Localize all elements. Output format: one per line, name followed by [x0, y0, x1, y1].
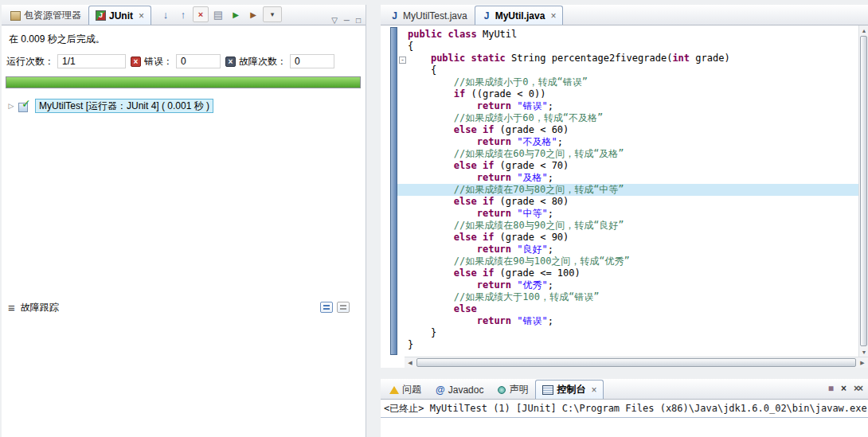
expand-arrow-icon[interactable]: ▷: [6, 102, 16, 110]
test-success-icon: ✓: [18, 99, 33, 112]
remove-launch-icon[interactable]: ×: [841, 383, 846, 394]
close-icon[interactable]: ×: [591, 384, 596, 396]
package-explorer-icon: [10, 11, 21, 21]
code-line[interactable]: else: [408, 303, 858, 315]
scroll-right-icon[interactable]: ▶: [857, 357, 868, 369]
view-menu-icon[interactable]: ▽: [331, 16, 338, 25]
code-line[interactable]: }: [408, 327, 858, 339]
minimize-icon[interactable]: ─: [344, 16, 350, 25]
progress-bar: [6, 76, 361, 88]
tab-declaration[interactable]: 声明: [491, 380, 535, 399]
terminate-icon[interactable]: ■: [828, 383, 834, 394]
code-line[interactable]: return "不及格";: [408, 136, 858, 148]
java-file-icon: J: [482, 10, 492, 21]
errors-label: 错误：: [144, 55, 173, 68]
code-line[interactable]: else if (grade < 90): [408, 232, 858, 244]
failures-icon: ×: [225, 57, 236, 67]
tab-label: 控制台: [557, 383, 585, 396]
tab-myutil-java[interactable]: J MyUtil.java ×: [475, 6, 564, 25]
runs-counter: 运行次数： 1/1: [6, 53, 126, 69]
scroll-left-icon[interactable]: ◀: [405, 357, 416, 369]
code-line[interactable]: if ((grade < 0)): [408, 88, 858, 100]
maximize-icon[interactable]: □: [356, 16, 361, 25]
code-line[interactable]: }: [408, 339, 858, 351]
code-area[interactable]: public class MyUtil{ public static Strin…: [408, 25, 858, 357]
code-line[interactable]: else if (grade < 70): [408, 160, 858, 172]
show-failures-only-icon[interactable]: ×: [193, 6, 209, 22]
horizontal-scrollbar[interactable]: ◀ ▶: [405, 357, 868, 368]
junit-toolbar: ↓ ↑ × ▤ ▶ ▶ ▾: [158, 4, 282, 25]
errors-icon: ×: [131, 57, 141, 67]
tab-label: MyUtil.java: [495, 10, 545, 21]
scrollbar-thumb[interactable]: [860, 36, 867, 346]
status-text: 在 0.009 秒之后完成。: [2, 25, 366, 46]
remove-all-launches-icon[interactable]: ××: [854, 383, 862, 394]
code-line[interactable]: else if (grade <= 100): [408, 267, 858, 279]
tab-label: MyUtilTest.java: [403, 10, 467, 21]
code-line[interactable]: else if (grade < 80): [408, 196, 858, 208]
scroll-up-icon[interactable]: ▲: [859, 25, 868, 35]
code-line[interactable]: //如果成绩在80与90之间，转成“良好”: [408, 220, 858, 232]
collapse-icon[interactable]: -: [399, 57, 406, 64]
annotation-ruler[interactable]: [381, 25, 390, 357]
rerun-test-icon[interactable]: ▶: [228, 6, 244, 22]
code-line[interactable]: return "错误";: [408, 100, 858, 112]
scroll-down-icon[interactable]: ▼: [859, 347, 868, 357]
code-line[interactable]: //如果成绩大于100，转成“错误”: [408, 291, 858, 303]
code-line[interactable]: return "错误";: [408, 315, 858, 327]
code-line[interactable]: return "中等";: [408, 208, 858, 220]
rerun-failed-first-icon[interactable]: ▶: [245, 6, 261, 22]
progress-fill: [6, 77, 360, 88]
junit-view-tabbar: 包资源管理器 J JUnit × ↓ ↑ × ▤ ▶ ▶ ▾ ▽ ─ □: [2, 5, 366, 25]
compare-result-icon[interactable]: [337, 302, 350, 313]
code-line[interactable]: //如果成绩小于0，转成“错误”: [408, 76, 858, 88]
code-line[interactable]: public static String percentage2fivegrad…: [408, 53, 858, 64]
tab-myutiltest-java[interactable]: J MyUtilTest.java: [382, 6, 475, 25]
stack-trace-filter-icon[interactable]: [320, 302, 333, 313]
test-run-history-icon[interactable]: ▾: [263, 6, 282, 22]
tab-junit[interactable]: J JUnit ×: [88, 6, 151, 25]
console-tabbar: 问题 @ Javadoc 声明 控制台 × ■ × ××: [381, 379, 868, 400]
junit-icon: J: [96, 10, 106, 21]
code-line[interactable]: //如果成绩小于60，转成“不及格”: [408, 112, 858, 124]
problems-icon: [389, 386, 399, 394]
java-file-icon: J: [389, 10, 400, 21]
console-area: 问题 @ Javadoc 声明 控制台 × ■ × ×× <已终止> MyUti…: [381, 379, 868, 437]
vertical-scrollbar[interactable]: ▲ ▼: [858, 25, 868, 357]
close-icon[interactable]: ×: [139, 10, 144, 21]
editor-area: J MyUtilTest.java J MyUtil.java × - publ…: [381, 5, 868, 368]
console-toolbar: ■ × ××: [828, 378, 868, 399]
current-code-line[interactable]: //如果成绩在70与80之间，转成“中等”: [397, 184, 858, 196]
failure-trace-icon: ≡: [8, 301, 15, 314]
failure-trace-buttons: [320, 302, 359, 313]
code-line[interactable]: {: [408, 41, 858, 53]
code-line[interactable]: //如果成绩在90与100之间，转成“优秀”: [408, 256, 858, 267]
console-output[interactable]: <已终止> MyUtilTest (1) [JUnit] C:\Program …: [381, 400, 868, 437]
tab-javadoc[interactable]: @ Javadoc: [428, 380, 491, 399]
junit-view-panel: 包资源管理器 J JUnit × ↓ ↑ × ▤ ▶ ▶ ▾ ▽ ─ □ 在 0…: [2, 5, 366, 437]
code-line[interactable]: return "良好";: [408, 244, 858, 256]
scrollbar-thumb[interactable]: [416, 358, 856, 367]
next-failed-test-icon[interactable]: ↓: [158, 6, 174, 22]
scroll-lock-icon[interactable]: ▤: [210, 6, 226, 22]
tab-package-explorer[interactable]: 包资源管理器: [3, 6, 88, 25]
errors-counter: × 错误： 0: [131, 53, 221, 69]
tree-item-label[interactable]: MyUtilTest [运行器：JUnit 4] ( 0.001 秒 ): [35, 99, 213, 113]
previous-failed-test-icon[interactable]: ↑: [175, 6, 191, 22]
range-indicator: [390, 27, 397, 355]
code-line[interactable]: //如果成绩在60与70之间，转成“及格”: [408, 148, 858, 160]
tab-problems[interactable]: 问题: [382, 380, 428, 399]
code-line[interactable]: else if (grade < 60): [408, 124, 858, 136]
test-tree: ▷ ✓ MyUtilTest [运行器：JUnit 4] ( 0.001 秒 ): [6, 99, 366, 113]
code-line[interactable]: {: [408, 64, 858, 76]
errors-value: 0: [176, 54, 221, 68]
tab-console[interactable]: 控制台 ×: [535, 380, 604, 399]
code-line[interactable]: return "及格";: [408, 172, 858, 184]
console-message: <已终止> MyUtilTest (1) [JUnit] C:\Program …: [381, 400, 868, 418]
code-line[interactable]: return "优秀";: [408, 279, 858, 291]
console-icon: [542, 385, 553, 395]
code-line[interactable]: public class MyUtil: [408, 29, 858, 41]
close-icon[interactable]: ×: [550, 10, 556, 21]
tree-item-myutiltest[interactable]: ▷ ✓ MyUtilTest [运行器：JUnit 4] ( 0.001 秒 ): [6, 99, 366, 113]
code-editor[interactable]: - public class MyUtil{ public static Str…: [381, 25, 868, 357]
